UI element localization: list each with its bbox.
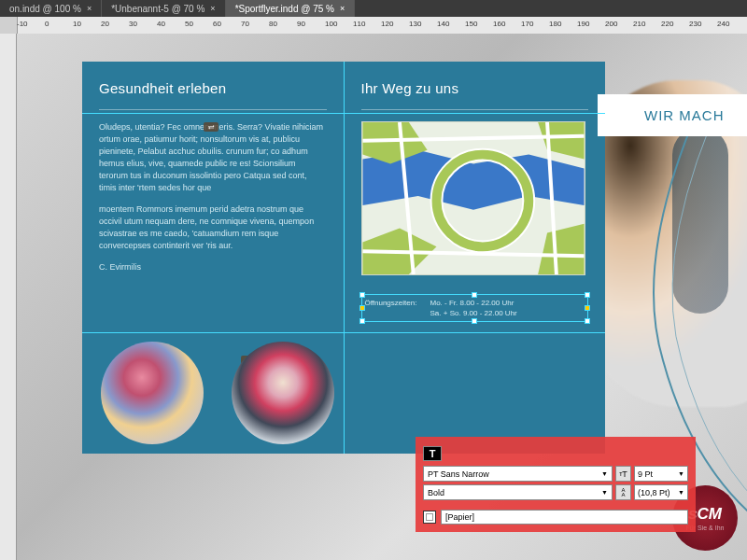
ruler-marks: -10 0 10 20 30 40 50 60 70 80 90 100 110… (17, 17, 747, 34)
ruler-tick: 140 (437, 20, 449, 28)
leading-icon: AA (615, 484, 631, 500)
close-icon[interactable]: × (340, 4, 345, 13)
paragraph: Oludeps, utentia? Fec omnerumeris. Serra… (99, 121, 327, 194)
leading-field[interactable]: (10,8 Pt) ▼ (634, 484, 688, 500)
ruler-tick: 230 (689, 20, 701, 28)
panel-toolbar: T (423, 444, 688, 461)
character-panel[interactable]: T PT Sans Narrow ▼ тT 9 Pt ▼ Bold ▼ AA (416, 437, 696, 532)
canvas[interactable]: Gesundheit erleben Oludeps, utentia? Fec… (17, 34, 747, 560)
divider (361, 109, 589, 110)
font-family-value: PT Sans Narrow (428, 469, 489, 479)
document-tab[interactable]: *Sportflyer.indd @ 75 %× (226, 0, 356, 17)
resize-handle[interactable] (585, 292, 590, 298)
close-icon[interactable]: × (87, 4, 92, 13)
divider (99, 109, 327, 110)
map-graphic[interactable] (361, 121, 585, 275)
resize-handle[interactable] (359, 305, 365, 311)
ruler-tick: 30 (129, 20, 137, 28)
ruler-tick: 120 (381, 20, 393, 28)
document-tab[interactable]: on.indd @ 100 %× (0, 0, 102, 17)
ruler-tick: 0 (45, 20, 49, 28)
resize-handle[interactable] (359, 292, 365, 298)
ruler-tick: 70 (241, 20, 249, 28)
character-formatting-icon[interactable]: T (423, 446, 442, 461)
flyer-panel-right: Ihr Weg zu uns ⮂ (345, 62, 606, 454)
circle-photo[interactable] (232, 342, 334, 444)
selection-frame (361, 294, 589, 322)
ruler-tick: 200 (605, 20, 617, 28)
resize-handle[interactable] (472, 318, 477, 324)
resize-handle[interactable] (585, 318, 590, 324)
workspace: Gesundheit erleben Oludeps, utentia? Fec… (0, 34, 747, 560)
font-style-select[interactable]: Bold ▼ (423, 484, 613, 500)
ruler-tick: 110 (353, 20, 365, 28)
font-size-value: 9 Pt (638, 469, 653, 479)
ruler-tick: 210 (633, 20, 645, 28)
ruler-tick: -10 (17, 20, 28, 28)
opening-hours-frame[interactable]: Öffnungszeiten: Mo. - Fr. 8.00 - 22.00 U… (361, 294, 589, 322)
vertical-ruler[interactable] (0, 34, 17, 560)
ruler-tick: 170 (521, 20, 533, 28)
chevron-down-icon: ▼ (601, 489, 608, 496)
chevron-down-icon: ▼ (678, 470, 684, 477)
tab-label: *Unbenannt-5 @ 70 % (111, 4, 204, 14)
close-icon[interactable]: × (210, 4, 215, 13)
ruler-tick: 150 (465, 20, 477, 28)
document-tab[interactable]: *Unbenannt-5 @ 70 %× (102, 0, 225, 17)
circle-photo[interactable] (101, 342, 204, 444)
linked-frame-icon[interactable]: ⮂ (204, 122, 218, 132)
ruler-tick: 60 (213, 20, 221, 28)
tab-label: on.indd @ 100 % (9, 4, 81, 14)
ruler-tick: 90 (297, 20, 305, 28)
signoff: C. Evirmilis (99, 261, 327, 273)
font-family-select[interactable]: PT Sans Narrow ▼ (423, 466, 613, 482)
section-title[interactable]: Gesundheit erleben (99, 80, 327, 96)
resize-handle[interactable] (359, 318, 365, 324)
swatch-name-field[interactable]: [Papier] (441, 510, 688, 525)
guide[interactable] (344, 62, 345, 454)
chevron-down-icon: ▼ (601, 470, 608, 477)
ruler-tick: 100 (325, 20, 337, 28)
leading-value: (10,8 Pt) (638, 488, 670, 497)
font-size-icon: тT (615, 466, 631, 482)
paragraph: moentem Rommors imemum perid adetra nost… (99, 203, 327, 252)
fill-swatch[interactable] (423, 511, 436, 524)
ruler-tick: 40 (157, 20, 165, 28)
ruler-tick: 50 (185, 20, 193, 28)
ruler-tick: 190 (577, 20, 589, 28)
ruler-tick: 160 (493, 20, 505, 28)
ruler-tick: 240 (717, 20, 729, 28)
horizontal-ruler[interactable]: -10 0 10 20 30 40 50 60 70 80 90 100 110… (0, 17, 747, 34)
font-size-field[interactable]: 9 Pt ▼ (634, 466, 688, 482)
section-title[interactable]: Ihr Weg zu uns (361, 80, 589, 96)
document-tab-bar: on.indd @ 100 %× *Unbenannt-5 @ 70 %× *S… (0, 0, 747, 17)
ruler-tick: 130 (409, 20, 421, 28)
tab-label: *Sportflyer.indd @ 75 % (235, 4, 334, 14)
body-text-frame[interactable]: Oludeps, utentia? Fec omnerumeris. Serra… (99, 121, 327, 274)
chevron-down-icon: ▼ (678, 489, 684, 496)
resize-handle[interactable] (472, 292, 477, 298)
headline-banner[interactable]: WIR MACH (598, 94, 747, 136)
banner-text: WIR MACH (644, 107, 725, 123)
ruler-tick: 220 (661, 20, 673, 28)
ruler-tick: 20 (101, 20, 109, 28)
ruler-tick: 10 (73, 20, 81, 28)
swatch-name: [Papier] (445, 512, 474, 522)
ruler-tick: 180 (549, 20, 561, 28)
font-style-value: Bold (428, 488, 444, 497)
resize-handle[interactable] (585, 305, 590, 311)
ruler-tick: 80 (269, 20, 277, 28)
